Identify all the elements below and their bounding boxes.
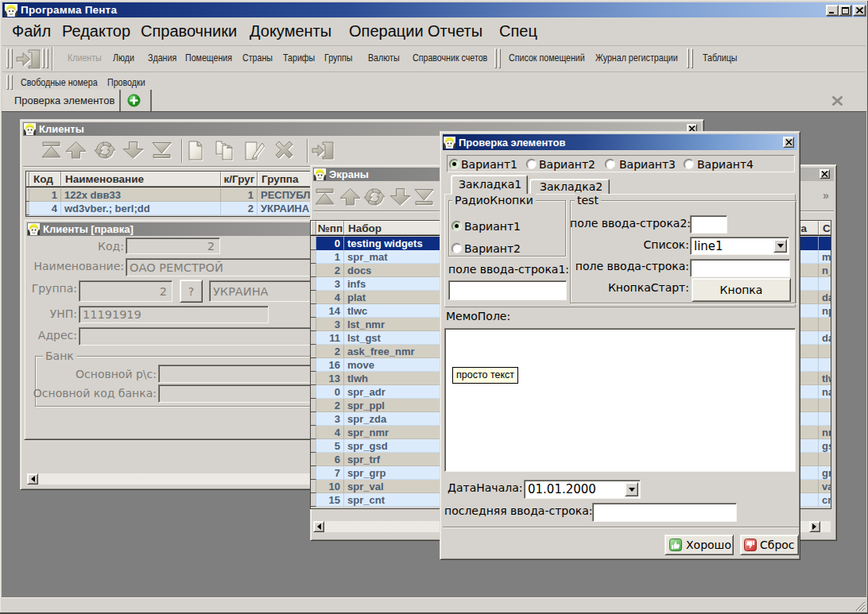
- screens-extra-cell: [819, 237, 831, 250]
- toolbar-grip[interactable]: [498, 48, 501, 68]
- clients-newdoc-icon[interactable]: [186, 141, 205, 164]
- input2-field[interactable]: [690, 215, 727, 234]
- ok-button[interactable]: Хорошо: [665, 535, 734, 555]
- memo-field[interactable]: [444, 328, 796, 472]
- clients-column-header[interactable]: Код: [29, 172, 61, 187]
- toolbar-grip[interactable]: [691, 48, 693, 68]
- toolbar-button-помещения[interactable]: Помещения: [185, 52, 232, 64]
- screens-num-cell: 3: [316, 412, 344, 426]
- screens-column-header[interactable]: №пп: [316, 221, 344, 235]
- dialog-tab-1[interactable]: Закладка1: [451, 175, 528, 195]
- kod-input[interactable]: 2: [126, 237, 220, 254]
- menu-item-7[interactable]: Спец: [499, 22, 537, 41]
- toolbar-grip[interactable]: [46, 48, 48, 68]
- date-dropdown-button[interactable]: [625, 482, 638, 496]
- variant-radio-2[interactable]: [526, 159, 537, 169]
- menu-item-3[interactable]: Справочники: [141, 22, 237, 41]
- toolbar-grip[interactable]: [42, 48, 45, 68]
- toolbar-button-страны[interactable]: Страны: [242, 52, 273, 64]
- check-dialog-close-button[interactable]: [783, 137, 794, 148]
- tabstrip-close-button[interactable]: [827, 92, 847, 109]
- toolbar-button-здания[interactable]: Здания: [148, 52, 176, 64]
- start-button[interactable]: Кнопка: [692, 278, 791, 302]
- menu-item-1[interactable]: Файл: [12, 22, 51, 41]
- resize-grip[interactable]: [854, 600, 866, 612]
- toolbar-grip[interactable]: [10, 75, 13, 90]
- menu-item-5[interactable]: Операции: [349, 22, 424, 41]
- screens-nav-first-icon[interactable]: [314, 187, 335, 210]
- clients-nav-refresh-icon[interactable]: [94, 141, 116, 164]
- tab-proverka[interactable]: Проверка элементов: [2, 90, 121, 111]
- clients-column-header[interactable]: к/Груг: [221, 172, 258, 187]
- screens-nav-down-icon[interactable]: [389, 187, 411, 210]
- screens-window-close-button[interactable]: [820, 169, 830, 179]
- group-radio-2[interactable]: [451, 243, 462, 253]
- toolbar-grip[interactable]: [687, 48, 689, 68]
- clients-edit-icon[interactable]: [243, 141, 265, 164]
- group-radio-1[interactable]: [451, 221, 462, 231]
- clients-nav-last-icon[interactable]: [151, 141, 172, 163]
- new-tab-button[interactable]: [122, 90, 152, 111]
- bank-group-label: Банк: [43, 349, 76, 362]
- toolbar-grip[interactable]: [494, 48, 497, 68]
- form-label: Наименование:: [29, 260, 124, 272]
- last-input-field[interactable]: [592, 503, 737, 522]
- toolbar-chevron-icon[interactable]: »: [823, 189, 829, 202]
- toolbar-button-2[interactable]: Проводки: [107, 76, 145, 88]
- toolbar-grip[interactable]: [10, 48, 13, 68]
- clients-copy-icon[interactable]: [215, 141, 235, 164]
- toolbar-button-список-помещений[interactable]: Список помещений: [509, 52, 585, 64]
- variant-radio-1[interactable]: [449, 159, 459, 169]
- scroll-left-button[interactable]: [313, 521, 324, 532]
- group-lookup-button[interactable]: ?: [180, 280, 203, 303]
- toolbar-button-журнал-регистрации[interactable]: Журнал регистрации: [595, 52, 678, 64]
- maximize-button[interactable]: [839, 5, 851, 16]
- variant-radio-4[interactable]: [684, 159, 694, 169]
- toolbar-grip[interactable]: [6, 48, 9, 68]
- toolbar-button-1[interactable]: Свободные номера: [21, 76, 98, 88]
- clients-del-icon[interactable]: [273, 141, 295, 163]
- combo-dropdown-button[interactable]: [773, 239, 787, 253]
- input1-field[interactable]: [448, 280, 567, 300]
- toolbar-button-таблицы[interactable]: Таблицы: [703, 52, 738, 64]
- clients-exit-icon[interactable]: [311, 141, 335, 164]
- menu-item-4[interactable]: Документы: [250, 22, 331, 41]
- toolbar-separator: [52, 47, 53, 71]
- clients-column-header[interactable]: Наименование: [61, 172, 221, 187]
- variant-radio-3[interactable]: [605, 159, 615, 169]
- toolbar-button-люди[interactable]: Люди: [113, 52, 134, 64]
- clients-nav-down-icon[interactable]: [122, 141, 144, 163]
- date-combobox[interactable]: 01.01.2000: [524, 480, 641, 499]
- close-button[interactable]: [853, 5, 866, 16]
- toolbar-button-справочник-счетов[interactable]: Справочник счетов: [413, 52, 487, 64]
- screens-nav-refresh-icon[interactable]: [363, 187, 386, 210]
- toolbar-button-группы[interactable]: Группы: [324, 52, 353, 64]
- input3-field[interactable]: [690, 259, 790, 277]
- list-combobox[interactable]: line1: [690, 237, 789, 255]
- toolbar-button-клиенты[interactable]: Клиенты: [68, 52, 102, 64]
- minimize-button[interactable]: [826, 5, 839, 16]
- dialog-tab-2[interactable]: Закладка2: [529, 179, 610, 195]
- row-indicator: [311, 250, 316, 264]
- check-dialog-title-bar[interactable]: Проверка элементов: [443, 134, 797, 150]
- screens-column-header[interactable]: Событие: [819, 221, 831, 235]
- thumbs-up-icon: [669, 539, 682, 551]
- group-num-input[interactable]: 2: [79, 280, 172, 302]
- combo-value: line1: [694, 237, 784, 254]
- menu-item-2[interactable]: Редактор: [62, 22, 130, 41]
- reset-button[interactable]: Сброс: [740, 535, 799, 555]
- toolbar-separator: [307, 139, 308, 163]
- unp-input[interactable]: 11191919: [79, 306, 269, 323]
- scroll-left-button[interactable]: [27, 473, 38, 485]
- toolbar-grip[interactable]: [6, 75, 9, 90]
- exit-door-icon[interactable]: [15, 48, 42, 73]
- clients-nav-up-icon[interactable]: [65, 141, 87, 163]
- clients-nav-first-icon[interactable]: [41, 141, 62, 163]
- menu-item-6[interactable]: Отчеты: [428, 22, 482, 41]
- scroll-right-button[interactable]: [809, 521, 820, 532]
- screens-nav-up-icon[interactable]: [339, 187, 361, 210]
- screens-nav-last-icon[interactable]: [413, 187, 435, 210]
- toolbar-button-валюты[interactable]: Валюты: [368, 52, 400, 64]
- toolbar-button-тарифы[interactable]: Тарифы: [283, 52, 315, 64]
- main-title-bar[interactable]: Программа Пента: [2, 2, 866, 17]
